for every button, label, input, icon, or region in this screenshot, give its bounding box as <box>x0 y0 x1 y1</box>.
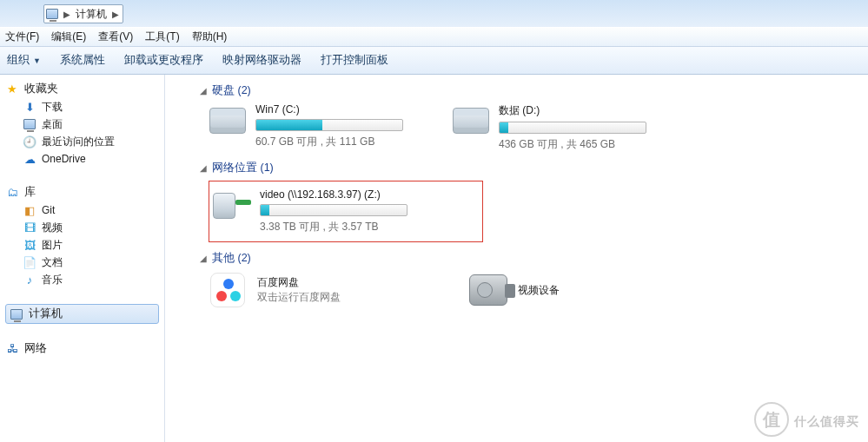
nav-desktop[interactable]: 桌面 <box>5 115 164 133</box>
library-icon: 🗂 <box>5 186 19 200</box>
baidu-sub: 双击运行百度网盘 <box>257 290 341 305</box>
chevron-right-icon[interactable]: ▶ <box>63 10 70 19</box>
menu-help[interactable]: 帮助(H) <box>192 30 228 44</box>
menu-tools[interactable]: 工具(T) <box>145 30 179 44</box>
menu-view[interactable]: 查看(V) <box>98 30 133 44</box>
section-network-locations[interactable]: ◢ 网络位置 (1) <box>200 161 859 175</box>
document-icon: 📄 <box>23 255 36 269</box>
drive-z-usage-text: 3.38 TB 可用 , 共 3.57 TB <box>260 220 421 234</box>
nav-network[interactable]: 🖧 网络 <box>5 340 164 358</box>
cmd-open-control-panel[interactable]: 打开控制面板 <box>321 53 388 68</box>
nav-recent[interactable]: 🕘 最近访问的位置 <box>5 133 164 150</box>
chevron-right-icon[interactable]: ▶ <box>112 10 119 19</box>
drive-c-usage-bar <box>255 119 403 131</box>
address-bar[interactable]: ▶ 计算机 ▶ <box>43 3 123 24</box>
nav-music[interactable]: ♪ 音乐 <box>5 271 164 288</box>
camera-icon <box>469 271 507 309</box>
collapse-icon: ◢ <box>200 254 207 263</box>
music-icon: ♪ <box>23 273 36 287</box>
collapse-icon: ◢ <box>200 86 207 96</box>
section-hard-drives[interactable]: ◢ 硬盘 (2) <box>200 83 859 98</box>
nav-documents[interactable]: 📄 文档 <box>5 254 164 271</box>
computer-icon <box>10 307 23 321</box>
drive-d-label: 数据 (D:) <box>499 103 660 118</box>
cmd-system-properties[interactable]: 系统属性 <box>60 53 105 68</box>
chevron-down-icon: ▼ <box>33 56 41 65</box>
computer-icon <box>46 9 58 19</box>
git-icon: ◧ <box>23 203 36 217</box>
drive-d[interactable]: 数据 (D:) 436 GB 可用 , 共 465 GB <box>452 103 660 152</box>
collapse-icon: ◢ <box>200 163 207 173</box>
cmd-organize[interactable]: 组织▼ <box>7 53 41 68</box>
network-icon: 🖧 <box>5 342 19 356</box>
nav-onedrive[interactable]: ☁ OneDrive <box>5 150 164 168</box>
star-icon: ★ <box>5 82 19 96</box>
address-location[interactable]: 计算机 <box>76 7 107 22</box>
menu-edit[interactable]: 编辑(E) <box>51 30 86 44</box>
nav-favorites[interactable]: ★ 收藏夹 <box>5 80 164 98</box>
menubar: 文件(F) 编辑(E) 查看(V) 工具(T) 帮助(H) <box>0 28 868 47</box>
command-bar: 组织▼ 系统属性 卸载或更改程序 映射网络驱动器 打开控制面板 <box>0 47 868 75</box>
hdd-icon <box>209 103 247 138</box>
nav-videos[interactable]: 🎞 视频 <box>5 219 164 236</box>
nav-git[interactable]: ◧ Git <box>5 201 164 219</box>
content-pane: ◢ 硬盘 (2) Win7 (C:) 60.7 GB 可用 , 共 111 GB… <box>165 75 868 442</box>
cmd-uninstall-programs[interactable]: 卸载或更改程序 <box>124 53 203 68</box>
baidu-title: 百度网盘 <box>257 275 341 290</box>
baidu-icon <box>209 271 247 309</box>
other-video-device[interactable]: 视频设备 <box>469 271 678 309</box>
drive-d-usage-text: 436 GB 可用 , 共 465 GB <box>499 137 660 152</box>
drive-z-label: video (\\192.168.3.97) (Z:) <box>260 188 421 201</box>
drive-c[interactable]: Win7 (C:) 60.7 GB 可用 , 共 111 GB <box>209 103 417 152</box>
cmd-map-network-drive[interactable]: 映射网络驱动器 <box>222 53 301 68</box>
download-icon: ⬇ <box>23 100 36 114</box>
nav-downloads[interactable]: ⬇ 下载 <box>5 98 164 115</box>
watermark: 值什么值得买 <box>754 402 859 437</box>
picture-icon: 🖼 <box>23 238 36 252</box>
video-icon: 🎞 <box>23 221 36 234</box>
nav-libraries[interactable]: 🗂 库 <box>5 183 164 201</box>
other-baidu-netdisk[interactable]: 百度网盘 双击运行百度网盘 <box>209 271 417 309</box>
drive-c-usage-text: 60.7 GB 可用 , 共 111 GB <box>255 135 417 149</box>
titlebar: ▶ 计算机 ▶ <box>0 0 868 28</box>
menu-file[interactable]: 文件(F) <box>5 30 39 44</box>
nav-computer[interactable]: 计算机 <box>5 304 159 324</box>
recent-icon: 🕘 <box>23 135 36 148</box>
highlighted-network-drive: video (\\192.168.3.97) (Z:) 3.38 TB 可用 ,… <box>209 181 483 242</box>
hdd-icon <box>452 103 490 138</box>
nav-pane: ★ 收藏夹 ⬇ 下载 桌面 🕘 最近访问的位置 ☁ OneDrive 🗂 <box>0 75 165 442</box>
network-drive-icon <box>213 188 251 223</box>
drive-z[interactable]: video (\\192.168.3.97) (Z:) 3.38 TB 可用 ,… <box>213 188 421 234</box>
desktop-icon <box>23 117 36 131</box>
drive-c-label: Win7 (C:) <box>255 103 417 115</box>
video-device-title: 视频设备 <box>518 283 560 298</box>
cloud-icon: ☁ <box>23 152 36 166</box>
watermark-icon: 值 <box>754 402 789 437</box>
nav-pictures[interactable]: 🖼 图片 <box>5 236 164 254</box>
section-other[interactable]: ◢ 其他 (2) <box>200 251 859 266</box>
drive-z-usage-bar <box>260 204 407 216</box>
drive-d-usage-bar <box>499 122 646 134</box>
